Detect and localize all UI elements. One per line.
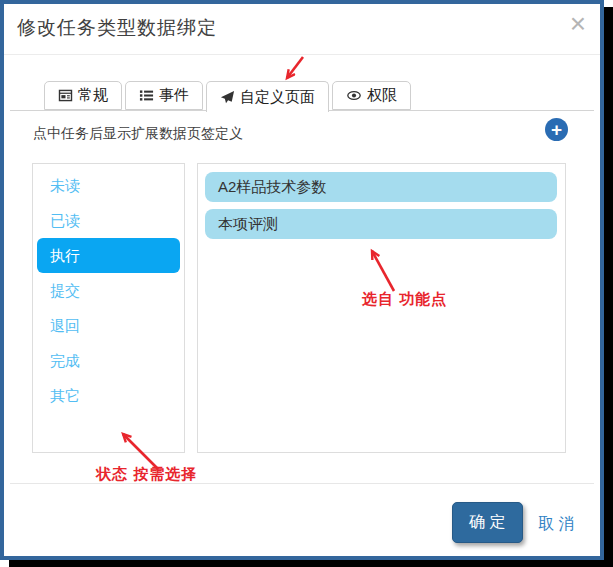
tab-label: 权限	[367, 86, 397, 105]
plus-icon[interactable]: +	[545, 118, 568, 141]
sidebar-item-read[interactable]: 已读	[33, 203, 184, 238]
sidebar-item-submit[interactable]: 提交	[33, 273, 184, 308]
footer-divider	[10, 483, 594, 484]
annotation-status-note: 状态 按需选择	[96, 465, 197, 484]
eye-icon	[346, 88, 362, 103]
tab-custom-page[interactable]: 自定义页面	[206, 81, 329, 112]
screenshot-stage: 修改任务类型数据绑定 × 常规	[0, 0, 613, 567]
tab-permissions[interactable]: 权限	[332, 81, 411, 110]
cancel-button[interactable]: 取 消	[538, 514, 574, 535]
status-listbox: 未读 已读 执行 提交 退回 完成 其它	[32, 163, 185, 453]
tab-label: 常规	[78, 86, 108, 105]
sidebar-item-complete[interactable]: 完成	[33, 343, 184, 378]
tab-label: 自定义页面	[240, 88, 315, 107]
page-item-sample-params[interactable]: A2样品技术参数	[205, 172, 557, 202]
tab-strip: 常规 事件 自定义页面	[44, 81, 411, 112]
sidebar-item-unread[interactable]: 未读	[33, 168, 184, 203]
ok-button[interactable]: 确 定	[452, 502, 523, 543]
form-icon	[58, 88, 73, 103]
annotation-source-note: 选自 功能点	[362, 290, 447, 309]
tab-label: 事件	[159, 86, 189, 105]
modal-dialog: 修改任务类型数据绑定 × 常规	[0, 0, 604, 560]
page-item-evaluation[interactable]: 本项评测	[205, 209, 557, 239]
paper-plane-icon	[220, 90, 235, 105]
tab-general[interactable]: 常规	[44, 81, 122, 110]
sidebar-item-other[interactable]: 其它	[33, 378, 184, 413]
close-icon[interactable]: ×	[570, 10, 586, 38]
hint-label: 点中任务后显示扩展数据页签定义	[33, 125, 243, 143]
list-icon	[139, 88, 154, 103]
sidebar-item-return[interactable]: 退回	[33, 308, 184, 343]
tab-events[interactable]: 事件	[125, 81, 203, 110]
title-divider	[4, 54, 600, 55]
sidebar-item-execute[interactable]: 执行	[37, 238, 180, 273]
dialog-title: 修改任务类型数据绑定	[17, 15, 217, 41]
